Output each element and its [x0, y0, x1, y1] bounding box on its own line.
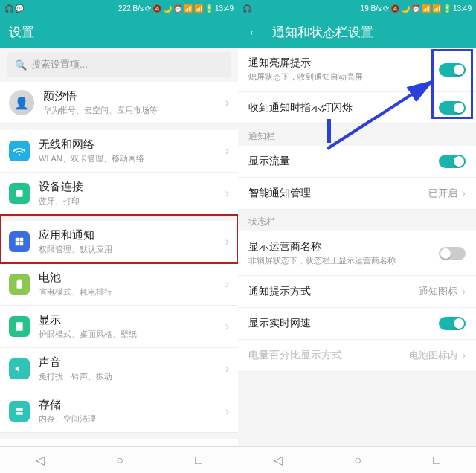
chevron-right-icon: ›	[225, 144, 229, 158]
toggle-traffic[interactable]	[439, 155, 466, 168]
row-wifi-network[interactable]: 无线和网络WLAN、双卡管理、移动网络 ›	[0, 124, 238, 173]
chevron-right-icon: ›	[225, 277, 229, 291]
svg-rect-2	[20, 238, 24, 242]
nav-back[interactable]: ◁	[274, 453, 283, 467]
row-device-connect[interactable]: 设备连接蓝牙、打印 ›	[0, 173, 238, 215]
net-speed: 19 B/s	[361, 4, 382, 13]
clock: 13:49	[215, 4, 234, 13]
wifi-icon: 📶	[184, 4, 193, 13]
chevron-right-icon: ›	[225, 235, 229, 248]
back-button[interactable]: ←	[247, 24, 262, 41]
page-title: 设置	[9, 24, 34, 41]
chevron-right-icon: ›	[462, 187, 466, 200]
notification-settings-pane: 🎧 19 B/s ⟳ 🔕 🌙 ⏰ 📶 📶 🔋 13:49 ← 通知和状态栏设置 …	[238, 0, 476, 473]
row-smart-notify[interactable]: 智能通知管理 已开启 ›	[238, 178, 476, 210]
headphones-icon: 🎧	[242, 4, 251, 13]
row-storage[interactable]: 存储内存、空间清理 ›	[0, 390, 238, 433]
toggle-carrier[interactable]	[439, 247, 466, 260]
net-speed: 222 B/s	[118, 4, 144, 13]
row-apps-notifications[interactable]: 应用和通知权限管理、默认应用 ›	[0, 215, 238, 263]
battery-icon: 🔋	[443, 4, 451, 13]
chevron-right-icon: ›	[462, 349, 466, 362]
chevron-right-icon: ›	[225, 320, 229, 333]
section-notification-bar: 通知栏	[238, 124, 476, 146]
row-carrier-name[interactable]: 显示运营商名称非锁屏状态下，状态栏上显示运营商名称	[238, 231, 476, 276]
row-show-netspeed[interactable]: 显示实时网速	[238, 308, 476, 340]
row-battery-percent[interactable]: 电量百分比显示方式 电池图标内 ›	[238, 340, 476, 372]
profile-row[interactable]: 👤 颜汐悟 华为帐号、云空间、应用市场等 ›	[0, 82, 238, 124]
sound-icon	[9, 358, 30, 379]
nav-recent[interactable]: □	[195, 454, 202, 467]
profile-name: 颜汐悟	[43, 89, 225, 103]
svg-rect-3	[16, 242, 19, 246]
row-security[interactable]: 安全和隐私指纹、人脸解锁、锁屏和密码、学生模式 ›	[0, 433, 238, 446]
clock: 13:49	[453, 4, 472, 13]
alarm-icon: ⏰	[173, 4, 182, 13]
svg-rect-1	[16, 238, 19, 242]
row-display[interactable]: 显示护眼模式、桌面风格、壁纸 ›	[0, 306, 238, 348]
dnd-icon: 🌙	[401, 4, 410, 13]
svg-rect-5	[17, 280, 22, 289]
settings-pane: 🎧 💬 222 B/s ⟳ 🔕 🌙 ⏰ 📶 📶 🔋 13:49 设置 🔍 搜索设…	[0, 0, 238, 473]
row-sound[interactable]: 声音免打扰、铃声、振动 ›	[0, 348, 238, 390]
svg-rect-4	[20, 242, 24, 246]
status-bar-right: 🎧 19 B/s ⟳ 🔕 🌙 ⏰ 📶 📶 🔋 13:49	[238, 0, 476, 16]
sync-icon: ⟳	[383, 4, 389, 13]
mute-icon: 🔕	[152, 4, 161, 13]
svg-rect-6	[18, 280, 21, 281]
signal-icon: 📶	[194, 4, 203, 13]
alarm-icon: ⏰	[411, 4, 420, 13]
annotation-mark	[327, 119, 331, 143]
display-icon	[9, 316, 30, 337]
annotation-box	[431, 49, 473, 119]
status-bar-left: 🎧 💬 222 B/s ⟳ 🔕 🌙 ⏰ 📶 📶 🔋 13:49	[0, 0, 238, 16]
chevron-right-icon: ›	[225, 405, 229, 418]
nav-bar: ◁ ○ □	[238, 446, 476, 473]
header-left: 设置	[0, 16, 238, 48]
bluetooth-icon	[9, 183, 30, 204]
search-placeholder: 搜索设置项...	[31, 58, 88, 71]
search-icon: 🔍	[15, 59, 27, 71]
row-battery[interactable]: 电池省电模式、耗电排行 ›	[0, 263, 238, 306]
battery-icon	[9, 274, 30, 295]
nav-recent[interactable]: □	[433, 454, 440, 467]
chevron-right-icon: ›	[225, 362, 229, 376]
row-notify-method[interactable]: 通知提示方式 通知图标 ›	[238, 276, 476, 308]
svg-rect-9	[16, 412, 22, 415]
svg-rect-0	[16, 190, 22, 196]
nav-home[interactable]: ○	[116, 454, 123, 467]
apps-icon	[9, 231, 30, 252]
wifi-icon	[9, 141, 30, 161]
status-right-icons: 222 B/s ⟳ 🔕 🌙 ⏰ 📶 📶 🔋 13:49	[118, 4, 234, 13]
page-title: 通知和状态栏设置	[272, 24, 373, 41]
battery-icon: 🔋	[205, 4, 213, 13]
svg-rect-8	[16, 408, 22, 411]
nav-bar: ◁ ○ □	[0, 446, 238, 473]
search-input[interactable]: 🔍 搜索设置项...	[7, 52, 231, 77]
wifi-icon: 📶	[422, 4, 431, 13]
chevron-right-icon: ›	[225, 187, 229, 200]
status-left-icons: 🎧 💬	[4, 4, 24, 13]
row-show-traffic[interactable]: 显示流量	[238, 146, 476, 178]
avatar: 👤	[9, 90, 34, 115]
section-status-bar: 状态栏	[238, 210, 476, 231]
nav-home[interactable]: ○	[354, 454, 361, 467]
toggle-netspeed[interactable]	[439, 317, 466, 330]
svg-rect-7	[16, 322, 22, 331]
settings-list: 👤 颜汐悟 华为帐号、云空间、应用市场等 › 无线和网络WLAN、双卡管理、移动…	[0, 82, 238, 446]
mute-icon: 🔕	[390, 4, 399, 13]
profile-sub: 华为帐号、云空间、应用市场等	[43, 105, 225, 116]
sync-icon: ⟳	[145, 4, 151, 13]
dnd-icon: 🌙	[163, 4, 172, 13]
chevron-right-icon: ›	[225, 96, 229, 109]
nav-back[interactable]: ◁	[36, 453, 45, 467]
headphones-icon: 🎧	[4, 4, 13, 13]
signal-icon: 📶	[432, 4, 441, 13]
header-right: ← 通知和状态栏设置	[238, 16, 476, 48]
wechat-icon: 💬	[15, 4, 24, 13]
storage-icon	[9, 401, 30, 422]
chevron-right-icon: ›	[462, 285, 466, 298]
